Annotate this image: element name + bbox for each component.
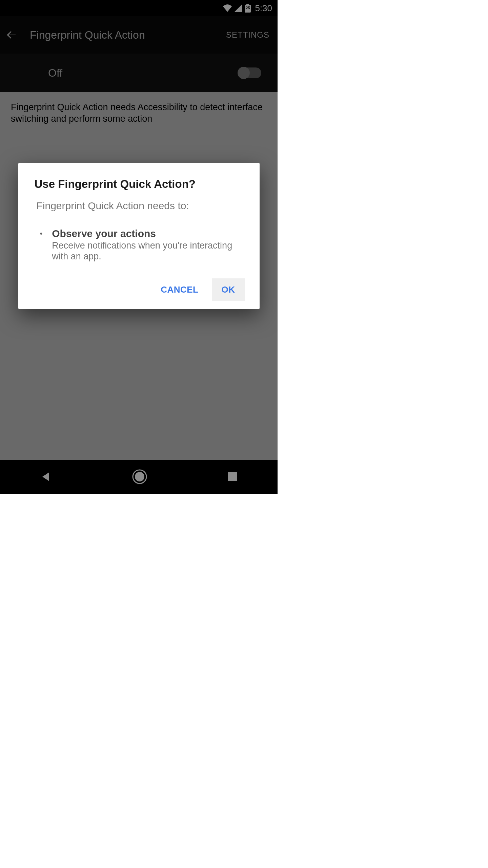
ok-button[interactable]: OK (212, 278, 245, 301)
permission-dialog: Use Fingerprint Quick Action? Fingerprin… (18, 163, 260, 309)
dialog-subtitle: Fingerprint Quick Action needs to: (37, 200, 245, 212)
permission-item: • Observe your actions Receive notificat… (40, 228, 245, 262)
cancel-button[interactable]: CANCEL (151, 278, 208, 301)
bullet-icon: • (40, 228, 43, 262)
dialog-actions: CANCEL OK (35, 278, 245, 301)
modal-scrim[interactable]: Use Fingerprint Quick Action? Fingerprin… (0, 0, 278, 494)
permission-text: Observe your actions Receive notificatio… (52, 228, 244, 262)
permission-title: Observe your actions (52, 228, 244, 239)
screen-root: 25 5:30 Fingerprint Quick Action SETTING… (0, 0, 278, 494)
permission-description: Receive notifications when you're intera… (52, 240, 244, 262)
dialog-title: Use Fingerprint Quick Action? (35, 178, 245, 191)
